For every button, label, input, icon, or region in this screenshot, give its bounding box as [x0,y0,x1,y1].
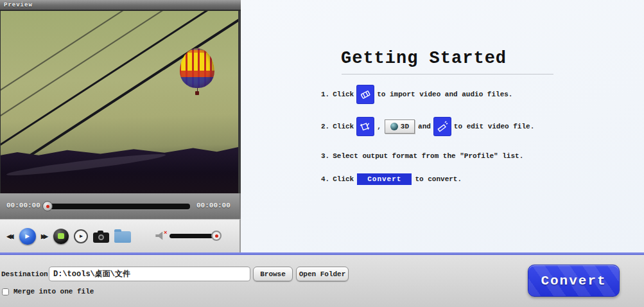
step-forward-button[interactable]: ▶ [74,229,88,243]
step-text: to convert. [415,175,462,183]
preview-panel: Preview 00:00:00 00:00:00 ◀◀ [0,0,241,252]
step-text: to import video and audio files. [377,91,512,98]
stop-button[interactable] [53,229,69,244]
merge-checkbox[interactable] [2,288,9,295]
volume-handle[interactable] [211,231,222,241]
step-text: Click [333,91,354,98]
step-number: 1. [321,91,329,98]
video-preview [0,11,241,193]
step-4: 4. Click Convert to convert. [321,173,462,185]
balloon-basket [195,91,199,95]
play-button[interactable]: ▶ [19,228,36,245]
mute-button[interactable]: × [155,232,166,241]
fast-forward-button[interactable]: ▶▶ [41,231,49,241]
step-text: Click [333,175,354,183]
effect-edit-icon [434,118,451,136]
crop-edit-icon [357,118,374,136]
step-number: 4. [321,175,329,183]
seek-bar-area: 00:00:00 00:00:00 [0,193,241,219]
destination-input[interactable] [49,267,250,281]
destination-label: Destination: [1,270,52,278]
open-snapshot-folder-button[interactable] [114,231,131,243]
seek-slider[interactable] [44,204,190,209]
step-2: 2. Click , 3D and to edit video file. [321,118,534,136]
powerline [0,11,180,107]
step-text: to edit video file. [454,123,534,130]
total-time: 00:00:00 [196,202,231,209]
getting-started-panel: Getting Started 1. Click to import video… [241,0,644,252]
step-text: Click [333,123,354,130]
step-text: Select output format from the "Profile" … [333,152,523,160]
volume-handle-dot [215,234,218,238]
preview-title: Preview [0,0,241,11]
hot-air-balloon [179,48,215,96]
step-number: 2. [321,123,329,130]
step-forward-icon: ▶ [80,233,83,239]
import-files-icon [357,85,374,103]
3d-settings-button-illustration: 3D [385,119,415,134]
browse-button[interactable]: Browse [253,267,293,281]
step-text: and [418,123,431,130]
open-folder-button[interactable]: Open Folder [296,267,349,281]
getting-started-title: Getting Started [341,49,507,68]
volume-controls: × [155,232,217,241]
step-text: , [377,123,381,130]
merge-label: Merge into one file [13,288,94,295]
seek-handle-dot [46,205,49,208]
playback-controls: ◀◀ ▶ ▶▶ ▶ × [0,219,241,252]
play-icon: ▶ [25,232,30,240]
step-1: 1. Click to import video and audio files… [321,85,512,103]
stop-icon [58,233,64,239]
merge-option: Merge into one file [2,288,94,295]
video-converter-window: Preview 00:00:00 00:00:00 ◀◀ [0,0,644,307]
rewind-button[interactable]: ◀◀ [6,231,14,241]
snapshot-button[interactable] [93,232,109,243]
balloon-envelope [180,48,214,88]
step-number: 3. [321,152,329,160]
convert-button-illustration: Convert [357,173,412,185]
mute-x-icon: × [164,230,167,236]
step-3: 3. Select output format from the "Profil… [321,152,523,160]
camera-lens-icon [98,234,104,240]
camera-icon [98,231,103,233]
title-underline [342,74,553,75]
3d-ball-icon [390,123,398,130]
seek-handle[interactable] [42,201,53,211]
current-time: 00:00:00 [6,202,40,209]
convert-button[interactable]: Convert [528,265,620,297]
folder-icon [114,229,121,232]
volume-slider[interactable] [170,234,217,238]
3d-label: 3D [401,123,409,130]
bottom-bar: Destination: Browse Open Folder Merge in… [0,255,644,307]
